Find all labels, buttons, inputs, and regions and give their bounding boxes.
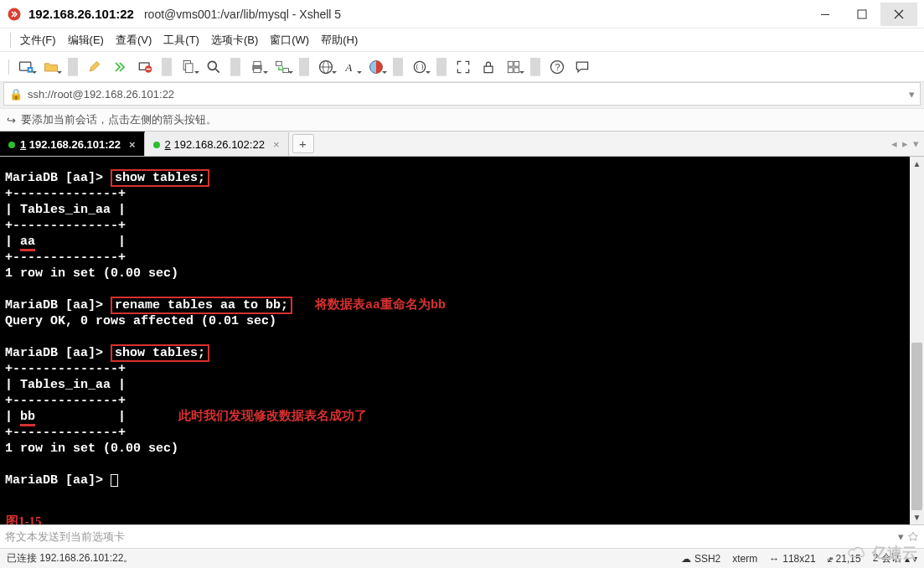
open-button[interactable] (39, 55, 63, 79)
menu-file[interactable]: 文件(F) (14, 29, 62, 51)
window-title: root@vms001:/var/lib/mysql - Xshell 5 (144, 8, 341, 21)
sep (436, 58, 447, 76)
new-session-button[interactable] (14, 55, 38, 79)
svg-point-10 (208, 61, 216, 70)
highlight-box: show tables; (111, 169, 209, 187)
svg-rect-21 (484, 66, 493, 73)
tab-next-icon[interactable]: ▸ (902, 137, 908, 150)
svg-rect-22 (508, 61, 513, 66)
fullscreen-button[interactable] (452, 55, 475, 79)
status-dot-icon (153, 142, 160, 148)
tab-close-icon[interactable]: × (273, 138, 280, 151)
tab-prev-icon[interactable]: ◂ (891, 137, 897, 150)
hint-text: 要添加当前会话，点击左侧的箭头按钮。 (21, 112, 217, 127)
terminal-scrollbar[interactable]: ▲ ▼ (910, 157, 924, 524)
status-dot-icon (8, 142, 15, 148)
annotation-text: 将数据表aa重命名为bb (315, 298, 446, 312)
tab-index: 1 (20, 138, 26, 151)
status-connection: 已连接 192.168.26.101:22。 (7, 551, 669, 565)
menu-view[interactable]: 查看(V) (110, 29, 157, 51)
address-dropdown-icon[interactable]: ▾ (909, 88, 915, 101)
status-bar: 已连接 192.168.26.101:22。 ☁ SSH2 xterm ↔ 11… (0, 548, 924, 568)
sep (530, 58, 540, 76)
script-button[interactable] (408, 55, 431, 79)
menu-help[interactable]: 帮助(H) (315, 29, 364, 51)
tab-menu-icon[interactable]: ▾ (913, 137, 919, 150)
menubar-grip (10, 33, 11, 48)
layout-button[interactable] (502, 55, 525, 79)
font-button[interactable]: A (339, 55, 363, 79)
svg-rect-23 (514, 61, 519, 66)
menu-edit[interactable]: 编辑(E) (62, 29, 110, 51)
minimize-button[interactable] (807, 3, 844, 26)
globe-button[interactable] (314, 55, 338, 79)
window-controls (807, 3, 917, 26)
scroll-down-icon[interactable]: ▼ (910, 510, 924, 524)
tab-session-2[interactable]: 2 192.168.26.102:22 × (145, 132, 289, 156)
sep (230, 58, 240, 76)
terminal-cursor (111, 474, 118, 487)
address-url: ssh://root@192.168.26.101:22 (28, 88, 174, 101)
help-button[interactable]: ? (545, 55, 569, 79)
tab-nav: ◂ ▸ ▾ (886, 132, 924, 156)
address-bar[interactable]: 🔒 ssh://root@192.168.26.101:22 ▾ (3, 82, 921, 106)
svg-rect-7 (147, 68, 151, 70)
menu-tabs[interactable]: 选项卡(B) (205, 29, 264, 51)
menubar: 文件(F) 编辑(E) 查看(V) 工具(T) 选项卡(B) 窗口(W) 帮助(… (0, 28, 924, 52)
tab-index: 2 (165, 138, 171, 151)
sep (393, 58, 403, 76)
chat-button[interactable] (570, 55, 594, 79)
add-tab-button[interactable]: + (292, 134, 314, 153)
svg-rect-9 (186, 63, 193, 72)
input-placeholder: 将文本发送到当前选项卡 (5, 529, 125, 545)
tab-session-1[interactable]: 1 192.168.26.101:22 × (0, 132, 145, 156)
hint-arrow-icon[interactable]: ↪ (7, 114, 16, 127)
pin-icon[interactable] (907, 531, 919, 543)
svg-point-20 (414, 61, 425, 72)
highlight-underline: aa (20, 235, 35, 251)
highlight-box: show tables; (111, 344, 209, 362)
input-dropdown-icon[interactable]: ▾ (898, 530, 904, 543)
color-button[interactable] (364, 55, 388, 79)
copy-button[interactable] (177, 55, 200, 79)
svg-rect-1 (821, 14, 829, 15)
reconnect-button[interactable] (108, 55, 132, 79)
svg-rect-12 (254, 61, 261, 65)
svg-rect-14 (276, 61, 282, 65)
edit-button[interactable] (83, 55, 106, 79)
maximize-button[interactable] (844, 3, 880, 26)
print-button[interactable] (245, 55, 269, 79)
lock-icon: 🔒 (9, 88, 23, 101)
scroll-track[interactable] (910, 171, 924, 510)
svg-rect-25 (514, 67, 519, 72)
send-input-bar[interactable]: 将文本发送到当前选项卡 ▾ (0, 524, 924, 548)
lock-button[interactable] (477, 55, 500, 79)
highlight-box: rename tables aa to bb; (111, 297, 292, 314)
session-tabs: 1 192.168.26.101:22 × 2 192.168.26.102:2… (0, 132, 924, 157)
svg-text:?: ? (555, 62, 560, 72)
terminal[interactable]: MariaDB [aa]> show tables; +------------… (0, 157, 910, 524)
status-term-type: xterm (732, 553, 757, 565)
xshell-icon (7, 7, 22, 22)
tab-close-icon[interactable]: × (129, 138, 136, 151)
menu-tools[interactable]: 工具(T) (157, 29, 205, 51)
status-size: ↔ 118x21 (769, 553, 815, 565)
scroll-thumb[interactable] (911, 343, 922, 510)
toolbar-grip (8, 59, 9, 75)
highlight-underline: bb (20, 410, 35, 426)
figure-label: 图1-15 (6, 514, 42, 524)
annotation-text: 此时我们发现修改数据表名成功了 (178, 410, 367, 424)
close-button[interactable] (880, 3, 917, 26)
input-bar-controls: ▾ (898, 530, 919, 543)
find-button[interactable] (202, 55, 225, 79)
transfer-button[interactable] (271, 55, 294, 79)
scroll-up-icon[interactable]: ▲ (910, 157, 924, 171)
hint-bar: ↪ 要添加当前会话，点击左侧的箭头按钮。 (0, 108, 924, 132)
svg-rect-15 (283, 68, 289, 72)
menu-window[interactable]: 窗口(W) (264, 29, 315, 51)
terminal-area: MariaDB [aa]> show tables; +------------… (0, 157, 924, 524)
cloud-icon (845, 545, 869, 560)
disconnect-button[interactable] (133, 55, 157, 79)
tab-label: 192.168.26.101:22 (29, 138, 121, 151)
sep (162, 58, 172, 76)
